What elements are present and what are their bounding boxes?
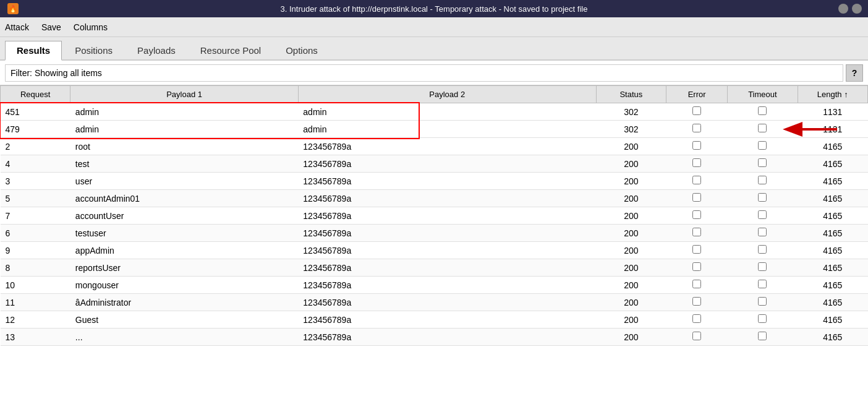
timeout-checkbox[interactable] [758,106,767,115]
cell-timeout[interactable] [728,103,798,121]
cell-timeout[interactable] [728,311,798,329]
error-checkbox[interactable] [692,314,701,323]
cell-status: 200 [596,329,666,346]
tab-resource-pool[interactable]: Resource Pool [189,41,273,59]
cell-error[interactable] [666,225,728,242]
cell-timeout[interactable] [728,173,798,190]
cell-error[interactable] [666,103,728,121]
error-checkbox[interactable] [692,262,701,271]
timeout-checkbox[interactable] [758,176,767,184]
timeout-checkbox[interactable] [758,332,767,340]
tab-options[interactable]: Options [274,41,330,59]
col-header-request[interactable]: Request [1,86,70,103]
cell-error[interactable] [666,259,728,277]
error-checkbox[interactable] [692,228,701,236]
table-row[interactable]: 6testuser123456789a2004165 [1,225,868,242]
error-checkbox[interactable] [692,158,701,167]
menu-save[interactable]: Save [41,22,61,32]
timeout-checkbox[interactable] [758,228,767,236]
tab-payloads[interactable]: Payloads [126,41,187,59]
timeout-checkbox[interactable] [758,124,767,132]
cell-timeout[interactable] [728,277,798,294]
cell-timeout[interactable] [728,242,798,259]
tab-positions[interactable]: Positions [63,41,124,59]
cell-error[interactable] [666,294,728,311]
cell-error[interactable] [666,155,728,173]
cell-timeout[interactable] [728,207,798,225]
minimize-button[interactable] [838,4,848,14]
cell-timeout[interactable] [728,259,798,277]
cell-status: 200 [596,138,666,155]
table-row[interactable]: 12Guest123456789a2004165 [1,311,868,329]
cell-error[interactable] [666,207,728,225]
col-header-payload1[interactable]: Payload 1 [70,86,298,103]
error-checkbox[interactable] [692,297,701,306]
cell-payload1: accountUser [70,207,298,225]
help-button[interactable]: ? [846,64,863,82]
cell-timeout[interactable] [728,294,798,311]
table-row[interactable]: 3user123456789a2004165 [1,173,868,190]
col-header-status[interactable]: Status [596,86,666,103]
timeout-checkbox[interactable] [758,297,767,306]
table-row[interactable]: 11âAdministrator123456789a2004165 [1,294,868,311]
error-checkbox[interactable] [692,280,701,288]
cell-request: 9 [1,242,70,259]
cell-timeout[interactable] [728,121,798,138]
error-checkbox[interactable] [692,176,701,184]
menu-attack[interactable]: Attack [5,22,29,32]
col-header-timeout[interactable]: Timeout [728,86,798,103]
maximize-button[interactable] [852,4,862,14]
timeout-checkbox[interactable] [758,210,767,219]
col-header-length[interactable]: Length ↑ [798,86,867,103]
error-checkbox[interactable] [692,210,701,219]
timeout-checkbox[interactable] [758,141,767,150]
timeout-checkbox[interactable] [758,280,767,288]
cell-request: 13 [1,329,70,346]
cell-error[interactable] [666,138,728,155]
cell-request: 451 [1,103,70,121]
error-checkbox[interactable] [692,193,701,202]
cell-error[interactable] [666,277,728,294]
cell-error[interactable] [666,242,728,259]
col-header-payload2[interactable]: Payload 2 [298,86,596,103]
timeout-checkbox[interactable] [758,245,767,254]
cell-error[interactable] [666,190,728,207]
table-row[interactable]: 13...123456789a2004165 [1,329,868,346]
filter-input[interactable] [5,64,843,82]
error-checkbox[interactable] [692,332,701,340]
timeout-checkbox[interactable] [758,193,767,202]
timeout-checkbox[interactable] [758,262,767,271]
table-row[interactable]: 2root123456789a2004165 [1,138,868,155]
cell-error[interactable] [666,311,728,329]
col-header-error[interactable]: Error [666,86,728,103]
cell-error[interactable] [666,329,728,346]
timeout-checkbox[interactable] [758,158,767,167]
cell-error[interactable] [666,173,728,190]
error-checkbox[interactable] [692,245,701,254]
cell-timeout[interactable] [728,155,798,173]
table-row[interactable]: 7accountUser123456789a2004165 [1,207,868,225]
table-row[interactable]: 10mongouser123456789a2004165 [1,277,868,294]
cell-status: 302 [596,121,666,138]
cell-status: 200 [596,311,666,329]
cell-length: 4165 [798,207,867,225]
table-row[interactable]: 5accountAdmin01123456789a2004165 [1,190,868,207]
cell-timeout[interactable] [728,190,798,207]
table-row[interactable]: 451adminadmin3021131 [1,103,868,121]
cell-length: 4165 [798,259,867,277]
cell-error[interactable] [666,121,728,138]
menu-columns[interactable]: Columns [74,22,108,32]
table-row[interactable]: 8reportsUser123456789a2004165 [1,259,868,277]
table-row[interactable]: 4test123456789a2004165 [1,155,868,173]
cell-timeout[interactable] [728,225,798,242]
cell-timeout[interactable] [728,329,798,346]
table-row[interactable]: 479adminadmin3021131 [1,121,868,138]
table-row[interactable]: 9appAdmin123456789a2004165 [1,242,868,259]
error-checkbox[interactable] [692,124,701,132]
error-checkbox[interactable] [692,106,701,115]
timeout-checkbox[interactable] [758,314,767,323]
error-checkbox[interactable] [692,141,701,150]
cell-timeout[interactable] [728,138,798,155]
cell-status: 200 [596,190,666,207]
tab-results[interactable]: Results [5,41,62,61]
